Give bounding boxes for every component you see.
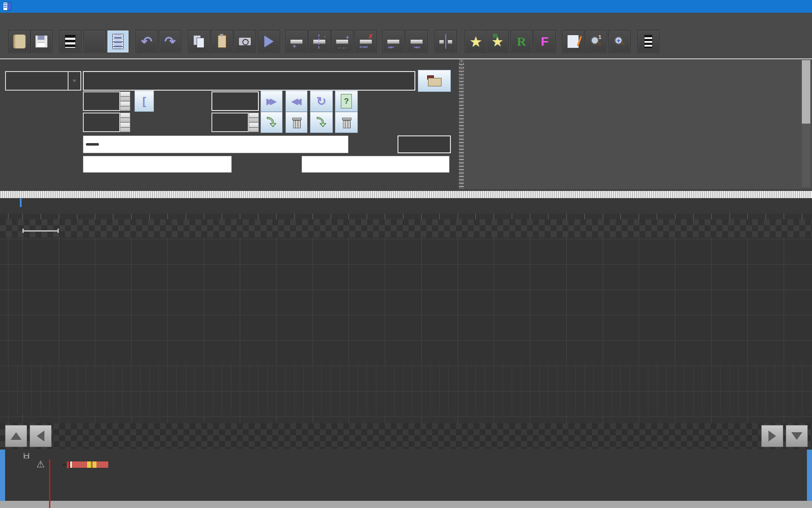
add-syllable-icon: + →←	[335, 34, 349, 49]
undo-icon: ↶	[141, 33, 153, 50]
snap-start-button[interactable]	[261, 112, 283, 133]
find-lyrics-button[interactable]: 1	[585, 30, 607, 53]
left-arrow-icon	[37, 431, 44, 442]
question-icon: ?	[341, 94, 352, 108]
start-spinner[interactable]	[120, 113, 130, 132]
split-note-button[interactable]: *	[285, 30, 307, 53]
save-icon	[35, 35, 48, 48]
merge-left-button[interactable]: «↜	[382, 30, 404, 53]
scrollbar-thumb[interactable]	[802, 60, 810, 124]
split-note-icon: *	[289, 34, 304, 49]
panel-splitter[interactable]	[459, 59, 464, 189]
undo-button[interactable]: ↶	[136, 30, 158, 53]
trash-icon	[342, 117, 351, 128]
redo-icon: ↷	[165, 33, 176, 50]
menu-bar	[0, 13, 812, 29]
fast-forward-icon: ▶▶	[266, 96, 277, 106]
page-right-button[interactable]	[761, 425, 783, 447]
page-break-button[interactable]	[435, 30, 457, 53]
section-range-marker	[22, 227, 59, 232]
golden-rap-button[interactable]: ★ R	[486, 30, 508, 53]
language-chip[interactable]	[86, 143, 99, 146]
timeline-ruler[interactable]	[0, 191, 812, 198]
timeline-labels[interactable]	[0, 198, 812, 214]
find-icon: 1	[590, 35, 602, 48]
open-icon	[13, 34, 26, 49]
remove-syllable-button[interactable]: ✗ «↝»	[355, 30, 377, 53]
toolbar: ↶ ↷ * - + →←	[0, 29, 812, 58]
filmstrip-view-button[interactable]	[107, 30, 129, 53]
add-syllable-button[interactable]: + →←	[331, 30, 353, 53]
lyrics-scrollbar[interactable]	[802, 60, 810, 187]
onion-skin-button[interactable]	[234, 30, 256, 53]
minimize-button[interactable]	[754, 0, 773, 13]
page-left-button[interactable]	[30, 425, 52, 447]
piano-button[interactable]	[59, 30, 81, 53]
open-button[interactable]	[8, 30, 30, 53]
next-section-strip[interactable]	[807, 450, 812, 508]
zoom-in-button[interactable]: +	[609, 30, 631, 53]
zoom-level-button[interactable]	[84, 30, 106, 53]
paste-button[interactable]	[211, 30, 233, 53]
gap-spinner[interactable]	[120, 91, 130, 111]
audio-track-select[interactable]	[5, 71, 69, 91]
browse-audio-button[interactable]	[418, 70, 451, 92]
freestyle-note-button[interactable]: F	[534, 30, 556, 53]
copy-button[interactable]	[188, 30, 210, 53]
close-button[interactable]	[793, 0, 812, 13]
edit-lyrics-button[interactable]	[562, 30, 584, 53]
snap-end-button[interactable]	[310, 112, 333, 133]
waveform	[0, 214, 812, 423]
golden-progress-bar[interactable]	[70, 461, 108, 468]
maximize-button[interactable]	[773, 0, 793, 13]
play-cursor-button[interactable]	[258, 30, 280, 53]
beats-field[interactable]	[211, 91, 259, 111]
audio-file-field[interactable]	[83, 71, 415, 91]
rap-note-button[interactable]: R	[510, 30, 532, 53]
yass-window: ↶ ↷ * - + →←	[0, 0, 812, 508]
merge-right-icon: ↝»	[409, 34, 424, 49]
right-arrow-icon	[768, 431, 776, 442]
bpm-help-button[interactable]: ?	[335, 91, 358, 112]
end-spinner[interactable]	[249, 113, 259, 132]
gap-field[interactable]	[83, 91, 120, 111]
year-field[interactable]	[398, 135, 451, 153]
gap-bracket-button[interactable]: [	[134, 91, 154, 112]
recalc-bpm-button[interactable]: ↻	[310, 91, 333, 112]
page-down-button[interactable]	[786, 425, 808, 447]
end-field[interactable]	[211, 113, 249, 132]
note-editor[interactable]	[0, 214, 812, 423]
forward-beats-button[interactable]: ▶▶	[261, 91, 283, 112]
rewind-beats-button[interactable]: ◀◀	[285, 91, 307, 112]
keyboard-input-button[interactable]	[637, 30, 659, 53]
language-field[interactable]	[83, 135, 348, 153]
piano-icon	[65, 35, 76, 48]
start-field[interactable]	[83, 113, 120, 132]
golden-note-button[interactable]: ★	[465, 30, 487, 53]
paste-icon	[217, 35, 227, 48]
bracket-icon: [	[143, 95, 146, 108]
status-filename[interactable]	[24, 451, 31, 460]
lyrics-list-panel	[459, 59, 812, 189]
down-arrow-icon	[791, 432, 802, 440]
genre-field[interactable]	[83, 156, 232, 173]
lyric-preview-bar	[0, 423, 812, 449]
playhead-marker[interactable]	[20, 199, 22, 207]
split-at-cursor-button[interactable]: -	[308, 30, 330, 53]
zoom-in-icon: +	[613, 35, 626, 48]
play-cursor-icon	[264, 36, 274, 47]
save-button[interactable]	[30, 30, 52, 53]
edit-lyrics-icon	[567, 35, 579, 48]
warning-icon[interactable]: ⚠	[36, 459, 45, 470]
merge-right-button[interactable]: ↝»	[406, 30, 428, 53]
redo-button[interactable]: ↷	[159, 30, 181, 53]
delete-end-button[interactable]	[335, 112, 358, 133]
page-up-button[interactable]	[5, 425, 27, 447]
up-arrow-icon	[11, 432, 22, 440]
golden-rap-icon: ★ R	[492, 35, 502, 49]
audio-dropdown-arrow[interactable]	[68, 71, 81, 91]
prev-section-strip[interactable]	[0, 450, 5, 508]
delete-start-button[interactable]	[285, 112, 307, 133]
tags-field[interactable]	[302, 156, 450, 173]
golden-star-icon: ★	[470, 34, 482, 49]
